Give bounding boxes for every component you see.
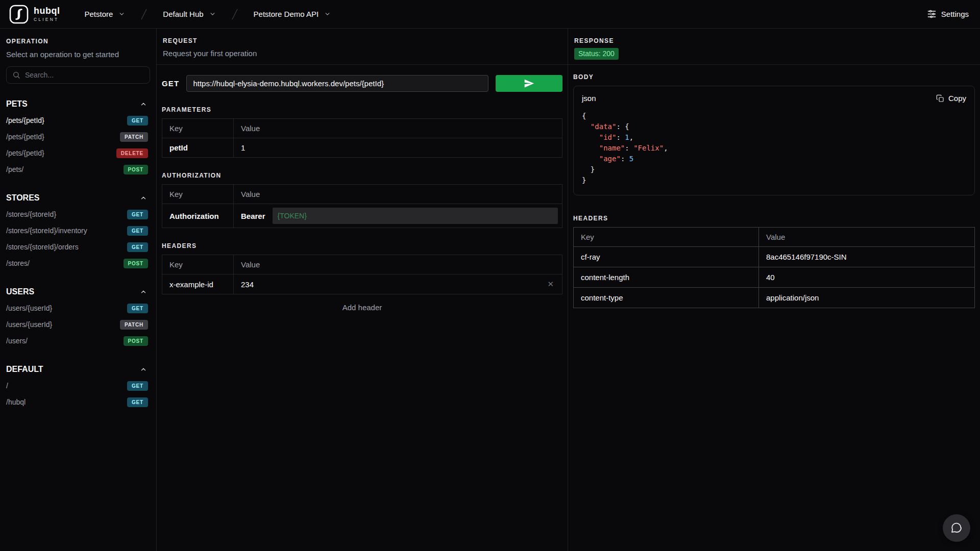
- sidebar-group-stores: STORES/stores/{storeId}GET/stores/{store…: [6, 190, 150, 271]
- method-badge: GET: [127, 116, 148, 126]
- method-badge: GET: [127, 242, 148, 252]
- group-title: USERS: [6, 287, 34, 296]
- header-key-cell[interactable]: x-example-id: [162, 274, 234, 294]
- hubql-logo-icon: [9, 5, 29, 24]
- logo-subtitle: CLIENT: [34, 17, 60, 22]
- response-body-block: json Copy { "data": { "id": 1, "name": "…: [573, 86, 975, 195]
- search-box[interactable]: [6, 66, 150, 84]
- column-header-key: Key: [574, 228, 759, 247]
- authorization-row: Authorization Bearer: [162, 204, 562, 228]
- breadcrumb-hub[interactable]: Default Hub: [159, 7, 219, 21]
- response-header-value: application/json: [759, 288, 975, 308]
- group-title: STORES: [6, 193, 40, 203]
- parameter-key-cell[interactable]: petId: [162, 138, 234, 158]
- url-input[interactable]: [186, 75, 488, 92]
- operation-path: /users/{userId}: [6, 320, 52, 329]
- parameter-value-cell[interactable]: 1: [234, 138, 562, 158]
- request-panel-header: REQUEST Request your first operation: [157, 29, 568, 65]
- operation-path: /stores/{storeId}/orders: [6, 243, 79, 251]
- parameter-row: petId1: [162, 138, 562, 158]
- sidebar-operation[interactable]: /hubqlGET: [6, 394, 150, 410]
- remove-header-icon[interactable]: ✕: [546, 280, 555, 289]
- status-badge: Status: 200: [574, 48, 619, 60]
- response-header-key: content-length: [574, 267, 759, 288]
- header-row: x-example-id234✕: [162, 274, 562, 294]
- chevron-up-icon: [140, 101, 147, 108]
- breadcrumb-workspace[interactable]: Petstore: [80, 7, 129, 21]
- sidebar-operation[interactable]: /GET: [6, 378, 150, 394]
- sidebar-operation[interactable]: /stores/POST: [6, 255, 150, 271]
- group-title: PETS: [6, 99, 28, 109]
- chevron-down-icon: [118, 11, 125, 17]
- group-header[interactable]: STORES: [6, 190, 150, 206]
- sidebar-operation[interactable]: /users/{userId}PATCH: [6, 316, 150, 333]
- column-header-value: Value: [234, 185, 562, 204]
- request-subtitle: Request your first operation: [163, 49, 561, 58]
- operation-path: /: [6, 382, 8, 390]
- authorization-table: Key Value Authorization Bearer: [162, 184, 562, 228]
- body-title: BODY: [573, 73, 975, 81]
- sidebar-groups: PETS/pets/{petId}GET/pets/{petId}PATCH/p…: [6, 96, 150, 410]
- copy-icon: [936, 94, 944, 103]
- breadcrumb-api[interactable]: Petstore Demo API: [250, 7, 335, 21]
- method-badge: PATCH: [120, 320, 148, 330]
- header-value-cell[interactable]: 234✕: [234, 274, 562, 294]
- copy-button[interactable]: Copy: [936, 94, 966, 103]
- sidebar-operation[interactable]: /stores/{storeId}GET: [6, 206, 150, 222]
- json-code: { "data": { "id": 1, "name": "Felix", "a…: [574, 103, 974, 195]
- method-badge: POST: [124, 336, 148, 346]
- sidebar-operation[interactable]: /stores/{storeId}/ordersGET: [6, 239, 150, 255]
- operation-path: /users/: [6, 337, 28, 345]
- send-button[interactable]: [496, 75, 562, 92]
- response-panel: RESPONSE Status: 200 BODY json Copy { "d…: [568, 29, 980, 551]
- search-input[interactable]: [25, 71, 144, 79]
- group-title: DEFAULT: [6, 365, 43, 374]
- method-badge: GET: [127, 210, 148, 219]
- response-header-row: content-length40: [574, 267, 975, 288]
- sidebar-operation[interactable]: /users/{userId}GET: [6, 300, 150, 316]
- breadcrumb-label: Petstore: [84, 10, 113, 18]
- method-badge: POST: [124, 165, 148, 174]
- response-header-row: cf-ray8ac465146f97190c-SIN: [574, 247, 975, 267]
- chevron-down-icon: [324, 11, 331, 17]
- method-badge: GET: [127, 304, 148, 313]
- breadcrumb-label: Petstore Demo API: [254, 10, 319, 18]
- settings-button[interactable]: Settings: [925, 6, 971, 22]
- response-header-value: 8ac465146f97190c-SIN: [759, 247, 975, 267]
- breadcrumb-label: Default Hub: [163, 10, 203, 18]
- group-header[interactable]: DEFAULT: [6, 361, 150, 378]
- token-input[interactable]: [273, 208, 558, 224]
- sidebar-group-default: DEFAULT/GET/hubqlGET: [6, 361, 150, 410]
- sidebar-operation[interactable]: /pets/{petId}PATCH: [6, 129, 150, 145]
- auth-key-cell[interactable]: Authorization: [162, 204, 234, 228]
- request-headers-title: HEADERS: [162, 242, 562, 249]
- sidebar-operation[interactable]: /pets/POST: [6, 161, 150, 178]
- chevron-up-icon: [140, 288, 147, 295]
- group-header[interactable]: USERS: [6, 284, 150, 300]
- chat-launcher-button[interactable]: [943, 514, 970, 542]
- sidebar-group-pets: PETS/pets/{petId}GET/pets/{petId}PATCH/p…: [6, 96, 150, 178]
- sidebar-operation[interactable]: /users/POST: [6, 333, 150, 349]
- column-header-key: Key: [162, 119, 234, 138]
- chat-bubble-icon: [950, 522, 963, 534]
- sidebar-operation[interactable]: /pets/{petId}GET: [6, 112, 150, 129]
- column-header-key: Key: [162, 185, 234, 204]
- method-badge: GET: [127, 381, 148, 391]
- auth-value-cell: Bearer: [234, 204, 562, 228]
- parameters-table: Key Value petId1: [162, 118, 562, 158]
- response-panel-header: RESPONSE Status: 200: [568, 29, 980, 65]
- parameters-title: PARAMETERS: [162, 106, 562, 113]
- request-title: REQUEST: [163, 37, 561, 44]
- sidebar-operation[interactable]: /pets/{petId}DELETE: [6, 145, 150, 161]
- response-headers-table: Key Value cf-ray8ac465146f97190c-SINcont…: [573, 227, 975, 308]
- response-header-row: content-typeapplication/json: [574, 288, 975, 308]
- column-header-value: Value: [234, 255, 562, 274]
- method-badge: PATCH: [120, 132, 148, 142]
- request-panel: REQUEST Request your first operation GET…: [157, 29, 568, 551]
- app-logo: hubql CLIENT: [9, 5, 60, 24]
- add-header-button[interactable]: Add header: [162, 303, 562, 312]
- operation-path: /pets/{petId}: [6, 116, 44, 124]
- group-header[interactable]: PETS: [6, 96, 150, 112]
- operation-path: /pets/{petId}: [6, 149, 44, 157]
- sidebar-operation[interactable]: /stores/{storeId}/inventoryGET: [6, 222, 150, 239]
